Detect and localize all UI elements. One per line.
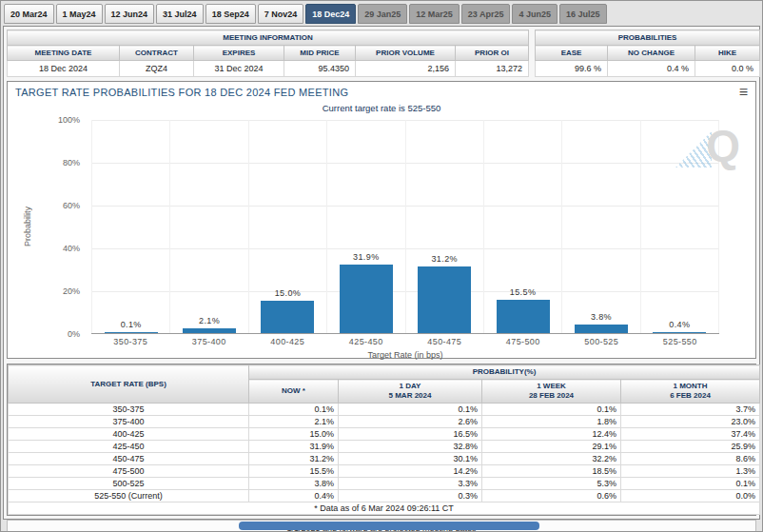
rate-row-425-450: 425-45031.9%32.8%29.1%25.9%: [9, 441, 760, 453]
prob-now-cell: 31.9%: [249, 441, 339, 453]
bar-value-label: 3.8%: [562, 312, 639, 322]
mi-val-prior-volume: 2,156: [356, 61, 456, 77]
bar-column-375-400: 2.1%: [169, 120, 247, 333]
bar-column-500-525: 3.8%: [561, 120, 639, 333]
y-tick-label: 80%: [63, 158, 80, 167]
meeting-tab-4-jun25[interactable]: 4 Jun25: [512, 4, 558, 24]
rate-row-500-525: 500-5253.8%3.3%5.3%0.1%: [9, 478, 760, 490]
target-range-cell: 400-425: [9, 428, 249, 441]
rate-row-350-375: 350-3750.1%0.1%0.1%3.7%: [9, 404, 760, 416]
meeting-tab-12-jun24[interactable]: 12 Jun24: [105, 4, 155, 24]
meeting-tab-29-jan25[interactable]: 29 Jan25: [358, 4, 407, 24]
prob-cell: 2.6%: [339, 416, 482, 428]
probability-group-header: PROBABILITY(%): [249, 365, 760, 380]
y-tick-label: 100%: [58, 115, 80, 125]
meeting-tab-16-jul25[interactable]: 16 Jul25: [559, 4, 607, 24]
col-header-1-day: 1 DAY5 MAR 2024: [339, 380, 482, 404]
hamburger-menu-icon[interactable]: ≡: [739, 85, 748, 100]
fedwatch-page: 20 Mar241 May2412 Jun2431 Jul2418 Sep247…: [0, 0, 763, 532]
bottom-blue-bar: [239, 522, 539, 530]
x-axis-ticks: 350-375375-400400-425425-450450-475475-5…: [91, 337, 719, 346]
mi-val-meeting-date: 18 Dec 2024: [8, 61, 120, 77]
bar-value-label: 0.4%: [641, 320, 718, 329]
probability-bar-525-550: [653, 332, 706, 333]
info-row: MEETING INFORMATION MEETING DATECONTRACT…: [7, 30, 756, 77]
prob-cell: 16.5%: [339, 428, 482, 441]
prob-cell: 37.4%: [621, 428, 760, 441]
y-axis-ticks: 100%80%60%40%20%0%: [46, 120, 88, 334]
col-header-line1: 1 MONTH: [623, 382, 757, 391]
bar-value-label: 0.1%: [92, 320, 169, 329]
target-range-cell: 500-525: [9, 478, 249, 490]
meeting-tab-7-nov24[interactable]: 7 Nov24: [258, 4, 304, 24]
target-range-cell: 475-500: [9, 465, 249, 478]
x-tick-label: 450-475: [405, 337, 484, 346]
probability-bar-475-500: [497, 300, 550, 333]
current-target-rate-label: Current target rate is 525-550: [8, 103, 755, 113]
prob-cell: 3.7%: [621, 404, 760, 416]
meeting-tab-1-may24[interactable]: 1 May24: [56, 4, 103, 24]
prob-cell: 30.1%: [339, 453, 482, 465]
prob-cell: 14.2%: [339, 465, 482, 478]
prob-cell: 5.3%: [482, 478, 621, 490]
probability-bar-450-475: [418, 266, 471, 333]
x-axis-title: Target Rate (in bps): [91, 350, 719, 360]
mi-val-prior-oi: 13,272: [456, 61, 529, 77]
y-tick-label: 20%: [63, 286, 80, 296]
prob-col-hike: HIKE: [695, 46, 760, 61]
watermark-q-letter: Q: [706, 124, 740, 167]
prob-col-ease: EASE: [536, 46, 608, 61]
probabilities-summary-table: PROBABILITIES EASENO CHANGEHIKE 99.6 %0.…: [535, 30, 760, 77]
quikstrike-watermark: Q: [687, 124, 740, 177]
x-tick-label: 375-400: [170, 337, 249, 346]
prob-now-cell: 31.2%: [249, 453, 339, 465]
meeting-tab-18-dec24[interactable]: 18 Dec24: [305, 4, 356, 24]
target-range-cell: 525-550 (Current): [9, 490, 249, 502]
meeting-tab-18-sep24[interactable]: 18 Sep24: [205, 4, 256, 24]
meeting-tab-31-jul24[interactable]: 31 Jul24: [156, 4, 204, 24]
prob-cell: 0.1%: [339, 404, 482, 416]
meeting-tab-20-mar24[interactable]: 20 Mar24: [4, 4, 54, 24]
target-range-cell: 375-400: [9, 416, 249, 428]
bar-value-label: 15.0%: [249, 288, 326, 298]
col-header-1-month: 1 MONTH6 FEB 2024: [621, 380, 760, 404]
x-tick-label: 525-550: [641, 337, 720, 346]
prob-cell: 12.4%: [482, 428, 621, 441]
bar-column-350-375: 0.1%: [91, 120, 169, 333]
target-range-cell: 425-450: [9, 441, 249, 453]
prob-now-cell: 0.1%: [249, 404, 339, 416]
probabilities-title: PROBABILITIES: [536, 30, 760, 46]
data-asof-footnote: * Data as of 6 Mar 2024 09:26:11 CT: [9, 502, 760, 515]
bar-value-label: 31.2%: [406, 254, 483, 264]
probability-bar-350-375: [105, 332, 158, 333]
prob-cell: 0.1%: [621, 478, 760, 490]
mi-val-expires: 31 Dec 2024: [194, 61, 284, 77]
col-header-1-week: 1 WEEK28 FEB 2024: [482, 380, 621, 404]
y-tick-label: 60%: [63, 201, 80, 210]
prob-cell: 23.0%: [621, 416, 760, 428]
meeting-tab-23-apr25[interactable]: 23 Apr25: [461, 4, 511, 24]
col-header-line1: 1 WEEK: [484, 382, 618, 391]
probability-table-panel: TARGET RATE (BPS) PROBABILITY(%) NOW *1 …: [7, 364, 756, 516]
prob-cell: 18.5%: [482, 465, 621, 478]
content-frame: MEETING INFORMATION MEETING DATECONTRACT…: [3, 26, 760, 520]
mi-col-prior-oi: PRIOR OI: [456, 46, 529, 61]
bar-column-475-500: 15.5%: [483, 120, 561, 333]
mi-col-expires: EXPIRES: [194, 46, 284, 61]
meeting-tab-12-mar25[interactable]: 12 Mar25: [409, 4, 460, 24]
target-rate-bps-header: TARGET RATE (BPS): [9, 365, 249, 404]
col-header-line2: 6 FEB 2024: [623, 391, 757, 401]
rate-row-475-500: 475-50015.5%14.2%18.5%1.3%: [9, 465, 760, 478]
x-tick-label: 400-425: [248, 337, 327, 346]
prob-now-cell: 0.4%: [249, 490, 339, 502]
prob-now-cell: 3.8%: [249, 478, 339, 490]
target-range-cell: 350-375: [9, 404, 249, 416]
rate-row-450-475: 450-47531.2%30.1%32.2%8.6%: [9, 453, 760, 465]
bar-column-450-475: 31.2%: [405, 120, 483, 333]
probability-bar-400-425: [261, 301, 314, 333]
prob-val-no-change: 0.4 %: [608, 61, 695, 77]
prob-cell: 0.1%: [482, 404, 621, 416]
mi-val-contract: ZQZ4: [120, 61, 194, 77]
rate-row-375-400: 375-4002.1%2.6%1.8%23.0%: [9, 416, 760, 428]
prob-now-cell: 15.0%: [249, 428, 339, 441]
